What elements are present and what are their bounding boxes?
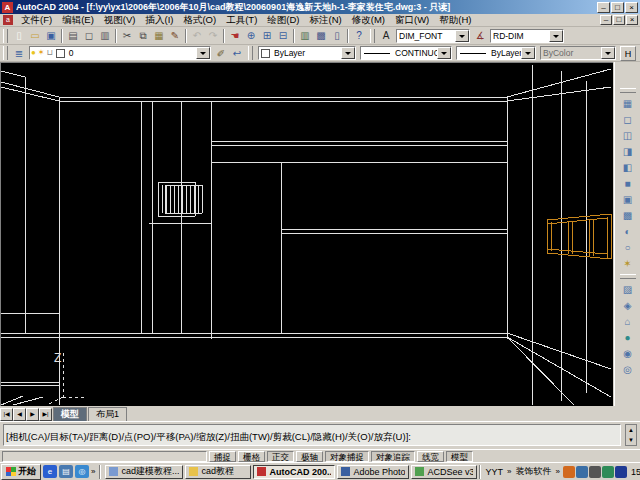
image-icon[interactable]: ▨ — [619, 282, 637, 298]
task-cad-modeling-tutorial[interactable]: cad建模教程... — [105, 465, 183, 479]
decor-chevron-icon[interactable]: » — [553, 467, 561, 476]
status-grid-button[interactable]: 栅格 — [238, 451, 265, 462]
task-photoshop[interactable]: Adobe Photo... — [337, 465, 409, 479]
status-ortho-button[interactable]: 正交 — [267, 451, 294, 462]
render-preferences-icon[interactable]: ◎ — [619, 362, 637, 378]
menu-file[interactable]: 文件(F) — [16, 14, 57, 27]
quick-launch-chevron-icon[interactable]: » — [89, 467, 97, 476]
toolbar-grip[interactable] — [248, 46, 253, 60]
scene-icon[interactable]: ○ — [619, 240, 637, 256]
help-icon[interactable]: ? — [351, 28, 367, 43]
flat-shaded-icon[interactable]: ◧ — [619, 160, 637, 176]
tray-icon-4[interactable] — [602, 466, 614, 478]
lineweight-combo[interactable]: ByLayer — [456, 46, 536, 60]
tray-icon-2[interactable] — [576, 466, 588, 478]
taskbar-toolbar-decor[interactable]: 装饰软件 — [513, 465, 553, 478]
landscape-icon[interactable]: ◉ — [619, 346, 637, 362]
gouraud-shaded-icon[interactable]: ■ — [619, 176, 637, 192]
tool-palettes-icon[interactable]: ▯ — [329, 28, 345, 43]
pan-icon[interactable]: ☚ — [227, 28, 243, 43]
scroll-up-icon[interactable]: ▲ — [626, 425, 636, 435]
2d-wireframe-icon[interactable]: ◻ — [619, 112, 637, 128]
menu-dimension[interactable]: 标注(N) — [305, 14, 347, 27]
fog-icon[interactable]: ● — [619, 330, 637, 346]
toolbar-grip[interactable] — [370, 29, 375, 43]
materials-icon[interactable]: ◈ — [619, 298, 637, 314]
hidden-mode-icon[interactable]: ◨ — [619, 144, 637, 160]
properties-icon[interactable]: ▥ — [297, 28, 313, 43]
menu-tools[interactable]: 工具(T) — [221, 14, 262, 27]
dim-style-combo[interactable]: RD-DIM — [490, 29, 564, 43]
tab-nav-next[interactable]: ▶ — [26, 408, 39, 421]
new-icon[interactable]: ▯ — [11, 28, 27, 43]
task-acdsee[interactable]: ACDSee v3.1... — [411, 465, 477, 479]
layer-manager-icon[interactable]: ≣ — [11, 46, 27, 61]
minimize-button[interactable]: – — [597, 2, 610, 13]
chevron-down-icon[interactable] — [341, 47, 355, 59]
toolbar-grip[interactable] — [3, 46, 8, 60]
command-scrollbar[interactable]: ▲ ▼ — [625, 424, 637, 446]
start-button[interactable]: 开始 — [1, 464, 41, 480]
zoom-window-icon[interactable]: ⊞ — [259, 28, 275, 43]
task-autocad[interactable]: AutoCAD 200... — [253, 465, 335, 479]
chevron-down-icon[interactable] — [455, 30, 469, 42]
3d-wireframe-icon[interactable]: ◫ — [619, 128, 637, 144]
scroll-down-icon[interactable]: ▼ — [626, 435, 636, 445]
menu-modify[interactable]: 修改(M) — [347, 14, 390, 27]
gouraud-shaded-edges-icon[interactable]: ▩ — [619, 208, 637, 224]
match-properties-icon[interactable]: ✎ — [167, 28, 183, 43]
layer-combo[interactable]: ●✶⊔0 — [29, 46, 211, 60]
taskbar-toolbar-yyt[interactable]: YYT — [483, 467, 505, 477]
copy-icon[interactable]: ⧉ — [135, 28, 151, 43]
paste-icon[interactable]: ▦ — [151, 28, 167, 43]
menu-view[interactable]: 视图(V) — [99, 14, 141, 27]
text-style-icon[interactable]: A — [378, 28, 394, 43]
chevron-down-icon[interactable] — [549, 30, 563, 42]
status-model-button[interactable]: 模型 — [446, 451, 473, 462]
chevron-down-icon[interactable] — [601, 47, 615, 59]
dim-style-icon[interactable]: ∡ — [472, 28, 488, 43]
doc-restore-button[interactable]: □ — [613, 15, 625, 25]
tray-icon-3[interactable] — [589, 466, 601, 478]
doc-close-button[interactable]: × — [626, 15, 638, 25]
yyt-chevron-icon[interactable]: » — [505, 467, 513, 476]
open-icon[interactable]: ▭ — [27, 28, 43, 43]
status-otrack-button[interactable]: 对象追踪 — [371, 451, 415, 462]
toolbar-grip[interactable] — [620, 274, 636, 279]
plot-preview-icon[interactable]: ◻ — [81, 28, 97, 43]
ql-media-player-icon[interactable]: ◎ — [75, 465, 89, 478]
chevron-down-icon[interactable] — [437, 47, 451, 59]
menu-draw[interactable]: 绘图(D) — [262, 14, 304, 27]
cut-icon[interactable]: ✂ — [119, 28, 135, 43]
text-style-combo[interactable]: DIM_FONT — [396, 29, 470, 43]
save-icon[interactable]: ▣ — [43, 28, 59, 43]
menu-edit[interactable]: 编辑(E) — [57, 14, 99, 27]
layer-previous-icon[interactable]: ↩ — [229, 46, 245, 61]
tab-nav-first[interactable]: |◀ — [0, 408, 13, 421]
ql-show-desktop-icon[interactable]: ▤ — [59, 465, 73, 478]
ql-internet-explorer-icon[interactable]: e — [43, 465, 57, 478]
status-osnap-button[interactable]: 对象捕捉 — [325, 451, 369, 462]
menu-insert[interactable]: 插入(I) — [140, 14, 178, 27]
color-combo[interactable]: ByLayer — [258, 46, 356, 60]
flat-shaded-edges-icon[interactable]: ▣ — [619, 192, 637, 208]
hide-icon[interactable]: ▦ — [619, 96, 637, 112]
menu-format[interactable]: 格式(O) — [178, 14, 221, 27]
menu-help[interactable]: 帮助(H) — [434, 14, 476, 27]
make-layer-current-icon[interactable]: ✐ — [213, 46, 229, 61]
zoom-realtime-icon[interactable]: ⊕ — [243, 28, 259, 43]
status-polar-button[interactable]: 极轴 — [296, 451, 323, 462]
tab-nav-last[interactable]: ▶| — [39, 408, 52, 421]
plot-icon[interactable]: ▤ — [65, 28, 81, 43]
publish-icon[interactable]: ▥ — [97, 28, 113, 43]
render-icon[interactable]: ◐ — [619, 224, 637, 240]
status-snap-button[interactable]: 捕捉 — [209, 451, 236, 462]
task-cad-tutorial-folder[interactable]: cad教程 — [185, 465, 251, 479]
tab-layout1[interactable]: 布局1 — [88, 407, 127, 421]
restore-button[interactable]: □ — [611, 2, 624, 13]
background-icon[interactable]: ⌂ — [619, 314, 637, 330]
tab-model[interactable]: 模型 — [53, 407, 87, 421]
designcenter-icon[interactable]: ▩ — [313, 28, 329, 43]
light-icon[interactable]: ✶ — [619, 256, 637, 272]
tab-nav-prev[interactable]: ◀ — [13, 408, 26, 421]
